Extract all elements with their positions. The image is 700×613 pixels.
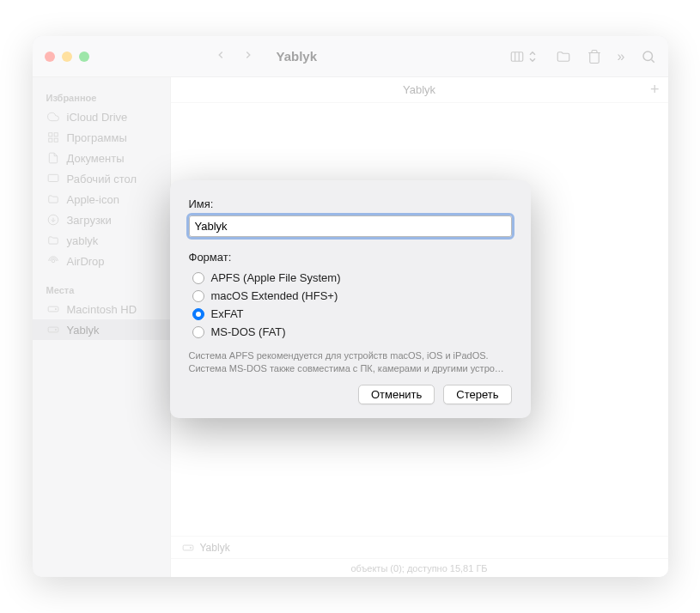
radio-indicator	[192, 290, 204, 302]
radio-label: MS-DOS (FAT)	[211, 325, 286, 338]
format-radio-group: APFS (Apple File System)macOS Extended (…	[192, 269, 512, 341]
radio-label: ExFAT	[211, 307, 244, 320]
dialog-info-text: Система APFS рекомендуется для устройств…	[189, 349, 512, 376]
dialog-buttons: Отменить Стереть	[189, 385, 512, 404]
radio-indicator	[192, 326, 204, 338]
radio-label: macOS Extended (HFS+)	[211, 289, 338, 302]
format-radio-option[interactable]: macOS Extended (HFS+)	[192, 287, 512, 305]
format-radio-option[interactable]: ExFAT	[192, 305, 512, 323]
erase-dialog: Имя: Формат: APFS (Apple File System)mac…	[170, 180, 531, 418]
radio-label: APFS (Apple File System)	[211, 271, 341, 284]
cancel-button[interactable]: Отменить	[358, 385, 435, 404]
radio-indicator	[192, 272, 204, 284]
name-label: Имя:	[189, 197, 512, 210]
format-label: Формат:	[189, 251, 512, 264]
erase-button[interactable]: Стереть	[443, 385, 511, 404]
name-input[interactable]	[189, 215, 512, 237]
format-radio-option[interactable]: MS-DOS (FAT)	[192, 323, 512, 341]
format-radio-option[interactable]: APFS (Apple File System)	[192, 269, 512, 287]
radio-indicator	[192, 308, 204, 320]
